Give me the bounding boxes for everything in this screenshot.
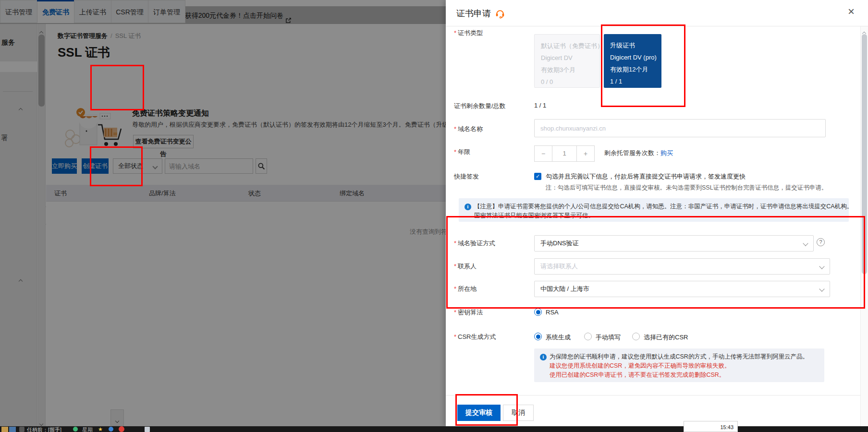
chevron-down-icon: [819, 264, 824, 269]
drawer-scrollbar[interactable]: [860, 26, 868, 426]
buy-link[interactable]: 购买: [660, 149, 673, 156]
info-icon: i: [465, 204, 471, 210]
stepper-value[interactable]: 1: [552, 145, 576, 162]
info-icon: i: [540, 354, 547, 360]
radio-csr-system-label[interactable]: 系统生成: [546, 333, 571, 342]
domain-name-label: *域名名称: [454, 125, 483, 133]
quick-issue-label: 快捷签发: [454, 172, 479, 181]
radio-rsa[interactable]: [534, 308, 542, 316]
drawer-footer: 提交审核 取消: [446, 395, 868, 426]
dcv-select[interactable]: 手动DNS验证: [534, 235, 814, 252]
submit-review-button[interactable]: 提交审核: [457, 405, 501, 421]
radio-csr-existing[interactable]: [632, 333, 640, 340]
years-stepper: − 1 +: [534, 145, 595, 162]
drawer-title: 证书申请: [456, 8, 491, 19]
stepper-plus-button[interactable]: +: [576, 145, 595, 162]
key-algo-label: *密钥算法: [454, 308, 483, 317]
cert-type-label: *证书类型: [454, 29, 483, 37]
cert-apply-drawer: 证书申请 × *证书类型 默认证书（免费证书） Digicert DV 有效期3…: [446, 0, 868, 426]
csr-notice-line3: 使用已创建的CSR申请证书，请不要在证书签发完成前删除CSR。: [540, 371, 819, 380]
clock-time: 15:43: [720, 424, 734, 430]
taskbar-chat-title[interactable]: 任柄前：[握手]: [27, 426, 61, 432]
drawer-header: 证书申请 ×: [446, 0, 868, 26]
cancel-button[interactable]: 取消: [503, 405, 534, 421]
wechat-icon[interactable]: [73, 427, 78, 432]
support-headset-icon[interactable]: [495, 8, 505, 21]
quick-issue-note: 注：勾选后可填写证书信息，直接提交审核。未勾选需要到SSL证书控制台完善证书信息…: [546, 184, 827, 192]
file-icon[interactable]: [145, 427, 150, 432]
quick-issue-checkbox[interactable]: ✓: [534, 173, 541, 180]
csr-notice-line2: 建议您使用系统创建的CSR，避免因内容不正确而导致的审核失败。: [540, 361, 819, 371]
taskbar-week-text: 星期: [82, 426, 93, 432]
taskbar-app-icon[interactable]: [19, 427, 24, 432]
region-select[interactable]: 中国大陆 / 上海市: [534, 281, 830, 297]
tray-clock-popup[interactable]: 15:43: [684, 421, 738, 432]
drawer-scrollbar-thumb[interactable]: [862, 34, 867, 274]
contact-select[interactable]: 请选择联系人: [534, 258, 830, 275]
ca-notice-box: i【注意】申请证书需要将您提供的个人/公司信息提交给CA机构，请知悉。注意：非国…: [459, 198, 849, 222]
contact-placeholder: 请选择联系人: [540, 263, 578, 270]
region-label: *所在地: [454, 285, 477, 293]
dcv-label: *域名验证方式: [454, 239, 495, 248]
taskbar-thumbnail[interactable]: [1, 427, 8, 432]
quick-issue-text: 勾选并且完善以下信息，付款后将直接提交证书申请请求，签发速度更快: [546, 172, 746, 181]
domain-name-input[interactable]: [535, 120, 825, 137]
ca-notice-line1: 【注意】申请证书需要将您提供的个人/公司信息提交给CA机构，请知悉。注意：非国产…: [474, 203, 853, 210]
csr-notice-line1: 为保障您的证书顺利申请，建议您使用默认生成CSR的方式，手动上传将无法部署到阿里…: [550, 353, 808, 360]
years-label: *年限: [454, 148, 470, 156]
close-icon[interactable]: ×: [848, 6, 855, 17]
chevron-down-icon: [803, 240, 808, 246]
region-value: 中国大陆 / 上海市: [540, 285, 589, 292]
dcv-value: 手动DNS验证: [540, 240, 578, 247]
remaining-label: 证书剩余数量/总数: [454, 102, 506, 110]
hosted-service-text: 剩余托管服务次数：购买: [604, 149, 673, 157]
stepper-minus-button[interactable]: −: [534, 145, 552, 162]
star-icon: ★: [98, 426, 103, 432]
ca-notice-line2: 国密算法证书只能在国密浏览器下显示可信。: [465, 211, 843, 220]
radio-rsa-label[interactable]: RSA: [546, 309, 559, 316]
contact-label: *联系人: [454, 262, 477, 271]
help-icon[interactable]: ?: [817, 238, 825, 246]
domain-name-field[interactable]: [534, 119, 826, 137]
cert-type-card-default[interactable]: 默认证书（免费证书） Digicert DV 有效期3个月 0 / 0: [534, 34, 600, 88]
radio-csr-existing-label[interactable]: 选择已有的CSR: [644, 333, 688, 342]
remaining-value: 1 / 1: [534, 102, 546, 109]
radio-csr-manual[interactable]: [584, 333, 592, 340]
csr-mode-label: *CSR生成方式: [454, 333, 496, 341]
cert-type-card-upgrade[interactable]: 升级证书 Digicert DV (pro) 有效期12个月 1 / 1: [604, 34, 661, 88]
radio-csr-system[interactable]: [534, 333, 542, 340]
radio-csr-manual-label[interactable]: 手动填写: [596, 333, 621, 342]
taskbar-app-icon[interactable]: [109, 427, 113, 432]
modal-dim-overlay[interactable]: [0, 0, 446, 426]
csr-notice-box: i为保障您的证书顺利申请，建议您使用默认生成CSR的方式，手动上传将无法部署到阿…: [534, 348, 824, 382]
taskbar-thumbnail[interactable]: [9, 427, 16, 432]
netease-icon[interactable]: [119, 426, 124, 432]
chevron-down-icon: [819, 286, 824, 291]
